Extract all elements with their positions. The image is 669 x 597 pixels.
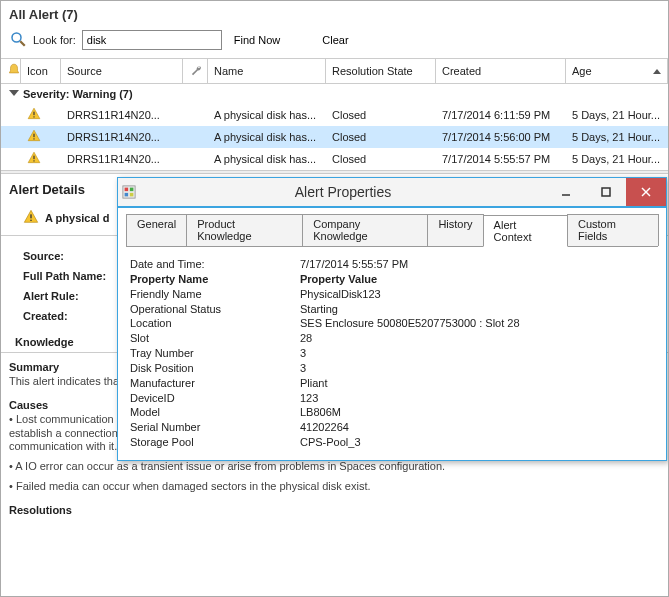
column-alert-seq[interactable] bbox=[1, 59, 21, 83]
kv-val: 3 bbox=[300, 346, 654, 361]
clear-button[interactable]: Clear bbox=[316, 32, 354, 48]
label-source: Source: bbox=[23, 250, 123, 262]
svg-rect-12 bbox=[130, 188, 134, 192]
column-created[interactable]: Created bbox=[436, 59, 566, 83]
kv-key: Disk Position bbox=[130, 361, 300, 376]
svg-rect-16 bbox=[602, 188, 610, 196]
svg-rect-14 bbox=[130, 193, 134, 197]
kv-val: Starting bbox=[300, 302, 654, 317]
alert-properties-dialog: Alert Properties General Product Knowled… bbox=[117, 177, 667, 461]
kv-val: 41202264 bbox=[300, 420, 654, 435]
alert-details-heading-text: A physical d bbox=[45, 212, 109, 224]
kv-key: Location bbox=[130, 316, 300, 331]
minimize-button[interactable] bbox=[546, 178, 586, 206]
cell-age: 5 Days, 21 Hour... bbox=[566, 129, 668, 145]
kv-val: 123 bbox=[300, 391, 654, 406]
cell-age: 5 Days, 21 Hour... bbox=[566, 151, 668, 167]
column-icon[interactable]: Icon bbox=[21, 59, 61, 83]
cell-source: DRRS11R14N20... bbox=[61, 129, 183, 145]
table-row[interactable]: DRRS11R14N20... A physical disk has... C… bbox=[1, 126, 668, 148]
column-headers: Icon Source Name Resolution State Create… bbox=[1, 59, 668, 84]
kv-val: 7/17/2014 5:55:57 PM bbox=[300, 257, 654, 272]
tab-company-knowledge[interactable]: Company Knowledge bbox=[302, 214, 428, 246]
svg-line-1 bbox=[20, 41, 25, 46]
panel-title: All Alert (7) bbox=[1, 1, 668, 26]
search-icon bbox=[9, 30, 27, 50]
alert-table-body: DRRS11R14N20... A physical disk has... C… bbox=[1, 104, 668, 170]
kv-key: Friendly Name bbox=[130, 287, 300, 302]
maximize-button[interactable] bbox=[586, 178, 626, 206]
cell-created: 7/17/2014 6:11:59 PM bbox=[436, 107, 566, 123]
warning-icon bbox=[27, 155, 41, 167]
wrench-icon bbox=[189, 63, 203, 79]
warning-icon bbox=[27, 111, 41, 123]
table-row[interactable]: DRRS11R14N20... A physical disk has... C… bbox=[1, 148, 668, 170]
kv-key: Storage Pool bbox=[130, 435, 300, 450]
kv-val: 28 bbox=[300, 331, 654, 346]
svg-rect-7 bbox=[33, 160, 34, 161]
cell-res: Closed bbox=[326, 151, 436, 167]
dialog-tabs: General Product Knowledge Company Knowle… bbox=[126, 214, 658, 247]
column-age[interactable]: Age bbox=[566, 59, 668, 83]
column-source[interactable]: Source bbox=[61, 59, 183, 83]
column-age-label: Age bbox=[572, 65, 592, 77]
kv-val: Pliant bbox=[300, 376, 654, 391]
dialog-titlebar[interactable]: Alert Properties bbox=[118, 178, 666, 206]
tab-custom-fields[interactable]: Custom Fields bbox=[567, 214, 659, 246]
svg-rect-8 bbox=[30, 214, 31, 218]
cell-name: A physical disk has... bbox=[208, 151, 326, 167]
kv-key: Slot bbox=[130, 331, 300, 346]
cell-res: Closed bbox=[326, 107, 436, 123]
table-row[interactable]: DRRS11R14N20... A physical disk has... C… bbox=[1, 104, 668, 126]
tab-product-knowledge[interactable]: Product Knowledge bbox=[186, 214, 303, 246]
kv-val: 3 bbox=[300, 361, 654, 376]
svg-rect-3 bbox=[33, 116, 34, 117]
kv-key: Tray Number bbox=[130, 346, 300, 361]
kv-key: Serial Number bbox=[130, 420, 300, 435]
cell-age: 5 Days, 21 Hour... bbox=[566, 107, 668, 123]
column-maintenance[interactable] bbox=[183, 59, 208, 83]
cause-text: • A IO error can occur as a transient is… bbox=[1, 460, 668, 480]
look-for-label: Look for: bbox=[33, 34, 76, 46]
group-row-warning[interactable]: Severity: Warning (7) bbox=[1, 84, 668, 104]
label-full-path: Full Path Name: bbox=[23, 270, 123, 282]
cell-created: 7/17/2014 5:56:00 PM bbox=[436, 129, 566, 145]
find-now-button[interactable]: Find Now bbox=[228, 32, 286, 48]
kv-key: Manufacturer bbox=[130, 376, 300, 391]
kv-val: SES Enclosure 50080E5207753000 : Slot 28 bbox=[300, 316, 654, 331]
kv-val: LB806M bbox=[300, 405, 654, 420]
svg-rect-11 bbox=[125, 188, 129, 192]
tab-alert-context[interactable]: Alert Context bbox=[483, 215, 568, 247]
warning-icon bbox=[27, 133, 41, 145]
collapse-icon bbox=[9, 90, 19, 96]
kv-key: Date and Time: bbox=[130, 257, 300, 272]
cell-created: 7/17/2014 5:55:57 PM bbox=[436, 151, 566, 167]
svg-point-0 bbox=[12, 33, 21, 42]
kv-key: Model bbox=[130, 405, 300, 420]
tab-content: Date and Time:7/17/2014 5:55:57 PM Prope… bbox=[126, 247, 658, 450]
search-bar: Look for: Find Now Clear bbox=[1, 26, 668, 59]
column-name[interactable]: Name bbox=[208, 59, 326, 83]
column-resolution-state[interactable]: Resolution State bbox=[326, 59, 436, 83]
bell-icon bbox=[7, 63, 21, 79]
svg-rect-6 bbox=[33, 156, 34, 160]
warning-icon bbox=[23, 209, 39, 227]
svg-rect-4 bbox=[33, 134, 34, 138]
close-button[interactable] bbox=[626, 178, 666, 206]
kv-key: DeviceID bbox=[130, 391, 300, 406]
svg-rect-9 bbox=[30, 220, 31, 221]
svg-rect-13 bbox=[125, 193, 129, 197]
svg-rect-2 bbox=[33, 112, 34, 116]
cell-name: A physical disk has... bbox=[208, 107, 326, 123]
cause-text: • Failed media can occur when damaged se… bbox=[1, 480, 668, 500]
search-input[interactable] bbox=[82, 30, 222, 50]
cell-name: A physical disk has... bbox=[208, 129, 326, 145]
kv-header-val: Property Value bbox=[300, 272, 654, 287]
tab-general[interactable]: General bbox=[126, 214, 187, 246]
label-created: Created: bbox=[23, 310, 123, 322]
cell-source: DRRS11R14N20... bbox=[61, 107, 183, 123]
tab-history[interactable]: History bbox=[427, 214, 483, 246]
resolutions-heading: Resolutions bbox=[1, 500, 668, 518]
label-alert-rule: Alert Rule: bbox=[23, 290, 123, 302]
group-label: Severity: Warning (7) bbox=[23, 88, 133, 100]
